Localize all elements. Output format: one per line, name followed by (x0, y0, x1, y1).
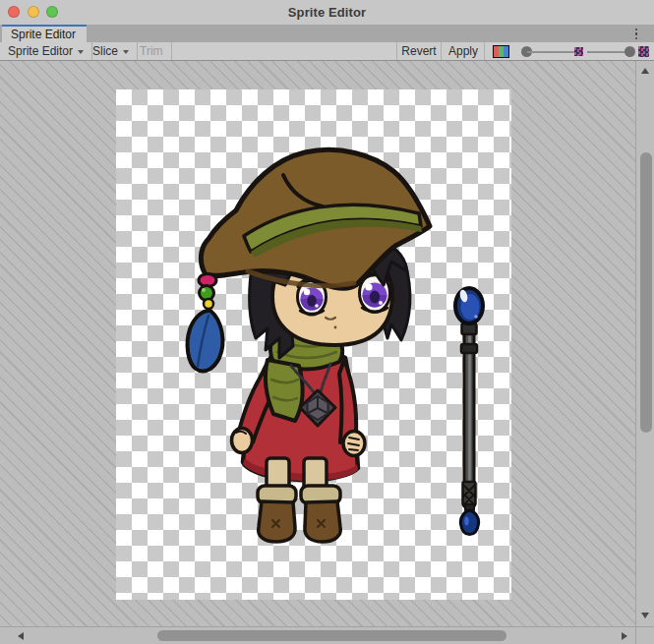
sprite-image (116, 89, 511, 600)
rgb-alpha-toggle-icon[interactable] (493, 45, 509, 58)
trim-button[interactable]: Trim (132, 42, 172, 60)
tab-label: Sprite Editor (11, 28, 76, 41)
zoom-slider-track[interactable] (527, 51, 574, 53)
scroll-down-icon[interactable] (641, 613, 649, 618)
hat-beads-and-feather (188, 274, 223, 372)
toolbar: Sprite Editor Slice Trim Revert Apply (0, 42, 654, 61)
chevron-down-icon (78, 50, 84, 54)
window-title: Sprite Editor (0, 0, 654, 25)
sprite-editor-dropdown[interactable]: Sprite Editor (0, 42, 92, 60)
staff (455, 288, 483, 535)
revert-button[interactable]: Revert (396, 42, 442, 60)
scrollbar-corner (635, 626, 654, 644)
kebab-menu-icon[interactable] (631, 27, 641, 41)
horizontal-scrollbar[interactable] (0, 626, 635, 644)
mip-texture-icon (574, 47, 583, 56)
sprite-texture-area[interactable] (116, 89, 511, 600)
slice-dropdown[interactable]: Slice (85, 42, 138, 60)
vertical-scrollbar-thumb[interactable] (640, 152, 652, 433)
scroll-left-icon[interactable] (18, 632, 24, 640)
chevron-down-icon (123, 50, 129, 54)
mip-slider-knob[interactable] (624, 46, 635, 57)
sprite-editor-canvas[interactable] (0, 61, 635, 626)
tab-bar: Sprite Editor (0, 25, 654, 42)
vertical-scrollbar[interactable] (635, 61, 654, 626)
scroll-right-icon[interactable] (622, 632, 627, 640)
tab-sprite-editor[interactable]: Sprite Editor (2, 25, 87, 42)
apply-button[interactable]: Apply (443, 42, 485, 60)
horizontal-scrollbar-thumb[interactable] (157, 630, 506, 641)
mip-texture-icon (638, 46, 649, 57)
sprite-editor-window: Sprite Editor Sprite Editor Sprite Edito… (0, 0, 654, 644)
mip-slider-track[interactable] (587, 51, 628, 53)
titlebar[interactable]: Sprite Editor (0, 0, 654, 25)
scroll-up-icon[interactable] (641, 68, 649, 74)
